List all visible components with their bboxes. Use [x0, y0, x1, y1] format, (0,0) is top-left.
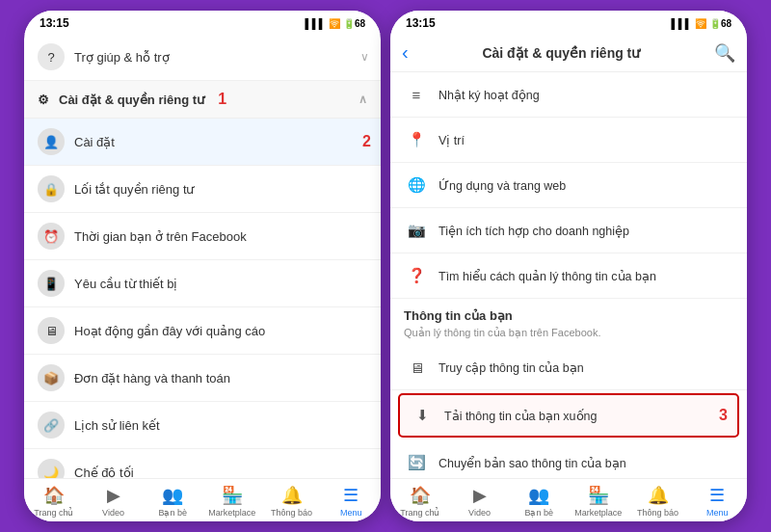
left-bottom-nav: 🏠 Trang chủ ▶ Video 👥 Bạn bè 🏪 Marketpla…	[24, 478, 381, 521]
right-menu-icon: ☰	[709, 485, 725, 506]
help-icon: ?	[38, 43, 65, 70]
right-nav-video[interactable]: ▶ Video	[450, 479, 510, 521]
settings-privacy-label: Cài đặt & quyền riêng tư	[59, 93, 204, 107]
back-button[interactable]: ‹	[402, 41, 409, 64]
your-info-subtitle: Quản lý thông tin của bạn trên Facebook.	[390, 327, 747, 345]
phones-container: 13:15 ▌▌▌ 🛜 🔋68 ? Trợ giúp & hỗ trợ ∨ ⚙ …	[14, 1, 757, 531]
privacy-shortcuts-label: Lối tắt quyền riêng tư	[74, 182, 195, 197]
privacy-shortcuts-icon: 🔒	[38, 175, 65, 202]
facebook-time-label: Thời gian bạn ở trên Facebook	[74, 229, 247, 244]
marketplace-icon: 🏪	[222, 485, 243, 506]
signal-icon: ▌▌▌	[306, 18, 326, 29]
location-label: Vị trí	[439, 133, 465, 147]
right-signal-icon: ▌▌▌	[672, 18, 692, 29]
home-label: Trang chủ	[34, 508, 73, 518]
right-home-label: Trang chủ	[400, 508, 439, 518]
settings-privacy-arrow: ∧	[359, 93, 367, 106]
transfer-info-label: Chuyển bản sao thông tin của bạn	[439, 456, 626, 470]
device-requests-icon: 📱	[38, 270, 65, 297]
menu-item-settings-privacy[interactable]: ⚙ Cài đặt & quyền riêng tư 1 ∧	[24, 81, 381, 119]
device-requests-label: Yêu cầu từ thiết bị	[74, 277, 178, 291]
your-info-title: Thông tin của bạn	[390, 299, 747, 327]
video-icon: ▶	[107, 485, 120, 506]
left-time: 13:15	[40, 16, 69, 30]
settings-manage-info[interactable]: ❓ Tìm hiểu cách quản lý thông tin của bạ…	[390, 253, 747, 299]
business-tools-label: Tiện ích tích hợp cho doanh nghiệp	[439, 224, 629, 238]
right-marketplace-label: Marketplace	[574, 508, 622, 518]
right-nav-home[interactable]: 🏠 Trang chủ	[390, 479, 450, 521]
help-arrow: ∨	[360, 50, 369, 64]
menu-item-linked-accounts[interactable]: 🔗 Lịch sử liên kết	[24, 402, 381, 449]
notifications-label: Thông báo	[271, 508, 312, 518]
battery-icon: 🔋68	[343, 18, 365, 29]
business-tools-icon: 📷	[404, 218, 429, 243]
wifi-icon: 🛜	[329, 18, 340, 29]
menu-icon: ☰	[343, 485, 359, 506]
right-friends-label: Bạn bè	[524, 508, 553, 518]
menu-item-orders[interactable]: 📦 Đơn đặt hàng và thanh toán	[24, 355, 381, 402]
dark-mode-label: Chế độ tối	[74, 466, 134, 479]
download-info-icon: ⬇	[410, 403, 435, 428]
right-home-icon: 🏠	[410, 485, 431, 506]
settings-location[interactable]: 📍 Vị trí	[390, 118, 747, 163]
facebook-time-icon: ⏰	[38, 223, 65, 250]
settings-transfer-info[interactable]: 🔄 Chuyển bản sao thông tin của bạn	[390, 440, 747, 478]
left-nav-marketplace[interactable]: 🏪 Marketplace	[202, 479, 262, 521]
page-title: Cài đặt & quyền riêng tư	[482, 45, 640, 61]
left-content: ? Trợ giúp & hỗ trợ ∨ ⚙ Cài đặt & quyền …	[24, 34, 381, 521]
settings-label: Cài đặt	[74, 135, 115, 149]
menu-item-help[interactable]: ? Trợ giúp & hỗ trợ ∨	[24, 34, 381, 81]
linked-accounts-icon: 🔗	[38, 412, 65, 439]
ad-activity-label: Hoạt động gần đây với quảng cáo	[74, 324, 265, 338]
access-info-icon: 🖥	[404, 355, 429, 380]
download-info-badge: 3	[719, 407, 728, 424]
left-nav-friends[interactable]: 👥 Bạn bè	[143, 479, 202, 521]
settings-business-tools[interactable]: 📷 Tiện ích tích hợp cho doanh nghiệp	[390, 208, 747, 253]
menu-item-ad-activity[interactable]: 🖥 Hoạt động gần đây với quảng cáo	[24, 307, 381, 355]
settings-apps-web[interactable]: 🌐 Ứng dụng và trang web	[390, 163, 747, 208]
menu-item-dark-mode[interactable]: 🌙 Chế độ tối	[24, 449, 381, 478]
ad-activity-icon: 🖥	[38, 317, 65, 344]
marketplace-label: Marketplace	[208, 508, 255, 518]
menu-item-privacy-shortcuts[interactable]: 🔒 Lối tắt quyền riêng tư	[24, 166, 381, 213]
transfer-info-icon: 🔄	[404, 450, 429, 475]
left-nav-video[interactable]: ▶ Video	[84, 479, 144, 521]
right-nav-marketplace[interactable]: 🏪 Marketplace	[569, 479, 628, 521]
right-notifications-icon: 🔔	[648, 485, 669, 506]
left-nav-notifications[interactable]: 🔔 Thông báo	[262, 479, 322, 521]
right-video-label: Video	[468, 508, 491, 518]
apps-web-label: Ứng dụng và trang web	[439, 178, 566, 193]
right-marketplace-icon: 🏪	[588, 485, 609, 506]
left-nav-home[interactable]: 🏠 Trang chủ	[24, 479, 84, 521]
settings-privacy-badge: 1	[218, 91, 226, 108]
right-wifi-icon: 🛜	[695, 18, 706, 29]
right-time: 13:15	[406, 16, 436, 30]
left-nav-menu[interactable]: ☰ Menu	[321, 479, 381, 521]
settings-download-info[interactable]: ⬇ Tải thông tin của bạn xuống 3	[398, 393, 739, 438]
menu-item-device-requests[interactable]: 📱 Yêu cầu từ thiết bị	[24, 260, 381, 307]
orders-icon: 📦	[38, 364, 65, 391]
menu-label: Menu	[340, 508, 362, 518]
settings-icon: 👤	[38, 128, 65, 155]
manage-info-label: Tìm hiểu cách quản lý thông tin của bạn	[439, 269, 656, 283]
right-battery-icon: 🔋68	[709, 18, 731, 29]
right-settings-list: ≡ Nhật ký hoạt động 📍 Vị trí 🌐 Ứng dụng …	[390, 72, 747, 478]
manage-info-icon: ❓	[404, 263, 429, 288]
settings-activity-log[interactable]: ≡ Nhật ký hoạt động	[390, 72, 747, 118]
activity-log-label: Nhật ký hoạt động	[439, 88, 540, 102]
orders-label: Đơn đặt hàng và thanh toán	[74, 371, 230, 386]
left-status-bar: 13:15 ▌▌▌ 🛜 🔋68	[24, 11, 381, 34]
friends-label: Bạn bè	[158, 508, 187, 518]
activity-log-icon: ≡	[404, 82, 429, 107]
menu-item-settings[interactable]: 👤 Cài đặt 2	[24, 119, 381, 166]
help-label: Trợ giúp & hỗ trợ	[74, 50, 170, 65]
access-info-label: Truy cập thông tin của bạn	[439, 360, 584, 375]
right-nav-notifications[interactable]: 🔔 Thông báo	[628, 479, 688, 521]
menu-item-facebook-time[interactable]: ⏰ Thời gian bạn ở trên Facebook	[24, 213, 381, 260]
right-nav-friends[interactable]: 👥 Bạn bè	[509, 479, 569, 521]
search-button[interactable]: 🔍	[714, 42, 735, 64]
settings-access-info[interactable]: 🖥 Truy cập thông tin của bạn	[390, 345, 747, 390]
right-content: ‹ Cài đặt & quyền riêng tư 🔍 ≡ Nhật ký h…	[390, 34, 747, 521]
right-nav-menu[interactable]: ☰ Menu	[687, 479, 747, 521]
left-menu-list: ? Trợ giúp & hỗ trợ ∨ ⚙ Cài đặt & quyền …	[24, 34, 381, 478]
